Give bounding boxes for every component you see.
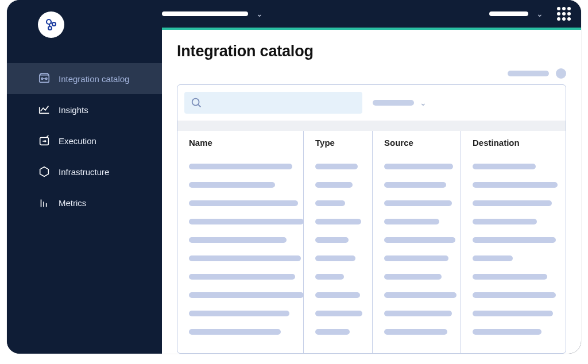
col-type: Type: [304, 131, 373, 353]
col-name: Name: [177, 131, 304, 353]
table-cell-placeholder: [473, 292, 556, 298]
table-cell-placeholder: [384, 219, 439, 224]
table-cell-placeholder: [315, 274, 344, 280]
sidebar-item-label: Execution: [59, 136, 96, 146]
table-cell-placeholder: [315, 311, 362, 316]
table-cell-placeholder: [315, 292, 360, 298]
app-shell: ⌄ ⌄ Integration catalog: [7, 0, 581, 354]
sidebar-item-insights[interactable]: Insights: [7, 94, 162, 125]
chevron-down-icon[interactable]: ⌄: [536, 9, 543, 18]
apps-grid-icon[interactable]: [557, 7, 571, 21]
sidebar-item-execution[interactable]: Execution: [7, 125, 162, 156]
filter-dropdown[interactable]: ⌄: [373, 98, 427, 107]
svg-point-7: [45, 78, 47, 80]
table-cell-placeholder: [189, 237, 287, 243]
table-cell-placeholder: [473, 237, 556, 243]
table-cell-placeholder: [189, 329, 281, 335]
topbar-user-selector[interactable]: [489, 11, 528, 16]
col-header-name: Name: [189, 138, 292, 148]
table-cell-placeholder: [384, 311, 452, 316]
search-input[interactable]: [184, 92, 362, 114]
nodes-logo-icon: [44, 18, 58, 32]
svg-point-2: [48, 26, 52, 30]
page-actions: [177, 68, 566, 79]
table-cell-placeholder: [189, 182, 275, 188]
sidebar-item-label: Metrics: [59, 198, 86, 208]
table-cell-placeholder: [315, 182, 353, 188]
sidebar-item-label: Infrastructure: [59, 167, 109, 177]
col-source: Source: [373, 131, 461, 353]
insights-icon: [38, 103, 51, 116]
metrics-icon: [38, 196, 51, 209]
execution-icon: [38, 134, 51, 147]
table-cell-placeholder: [189, 255, 301, 261]
sidebar-item-infrastructure[interactable]: Infrastructure: [7, 156, 162, 187]
table-cell-placeholder: [315, 237, 349, 243]
table-cell-placeholder: [384, 182, 446, 188]
table-cell-placeholder: [384, 329, 447, 335]
table-cell-placeholder: [473, 329, 541, 335]
svg-line-3: [51, 23, 53, 24]
col-destination: Destination: [461, 131, 566, 353]
chevron-down-icon[interactable]: ⌄: [256, 9, 263, 18]
integration-catalog-icon: [38, 72, 51, 85]
avatar[interactable]: [556, 68, 566, 79]
search-icon: [190, 96, 203, 109]
catalog-panel: ⌄ Name Type Source: [177, 84, 566, 354]
table-cell-placeholder: [189, 164, 292, 169]
sidebar-item-label: Integration catalog: [59, 74, 129, 84]
table-cell-placeholder: [384, 237, 455, 243]
filter-value-placeholder: [373, 100, 414, 106]
table-cell-placeholder: [315, 164, 358, 169]
table-cell-placeholder: [384, 274, 442, 280]
catalog-table: Name Type Source Destination: [177, 131, 566, 353]
sidebar: Integration catalog Insights Execution: [7, 28, 162, 354]
col-header-destination: Destination: [473, 138, 554, 148]
nav: Integration catalog Insights Execution: [7, 63, 162, 218]
table-cell-placeholder: [189, 200, 298, 206]
main-content: Integration catalog ⌄: [162, 28, 581, 354]
table-cell-placeholder: [315, 200, 345, 206]
table-cell-placeholder: [473, 219, 537, 224]
table-cell-placeholder: [473, 200, 552, 206]
svg-point-6: [41, 78, 43, 80]
svg-point-1: [52, 22, 56, 26]
page-title: Integration catalog: [177, 42, 566, 60]
table-cell-placeholder: [315, 255, 355, 261]
table-cell-placeholder: [384, 255, 448, 261]
filter-row: ⌄: [177, 85, 566, 121]
table-cell-placeholder: [473, 255, 513, 261]
table-cell-placeholder: [189, 274, 295, 280]
table-cell-placeholder: [473, 164, 536, 169]
table-cell-placeholder: [384, 200, 452, 206]
page-action-placeholder[interactable]: [508, 71, 549, 76]
table-cell-placeholder: [384, 164, 453, 169]
sidebar-item-label: Insights: [59, 105, 88, 115]
sidebar-item-integration-catalog[interactable]: Integration catalog: [7, 63, 162, 94]
table-cell-placeholder: [315, 329, 350, 335]
col-header-source: Source: [384, 138, 449, 148]
col-header-type: Type: [315, 138, 361, 148]
svg-point-12: [192, 99, 199, 106]
infrastructure-icon: [38, 165, 51, 178]
sidebar-item-metrics[interactable]: Metrics: [7, 187, 162, 218]
table-cell-placeholder: [315, 219, 361, 224]
logo: [38, 11, 64, 38]
table-cell-placeholder: [473, 182, 558, 188]
table-cell-placeholder: [189, 311, 289, 316]
topbar-context-selector[interactable]: [162, 11, 248, 16]
table-cell-placeholder: [189, 219, 304, 224]
table-divider: [177, 121, 566, 131]
svg-line-13: [198, 104, 200, 107]
table-cell-placeholder: [384, 292, 457, 298]
chevron-down-icon: ⌄: [420, 98, 427, 107]
table-cell-placeholder: [189, 292, 304, 298]
topbar: ⌄ ⌄: [7, 0, 581, 28]
table-cell-placeholder: [473, 274, 547, 280]
table-cell-placeholder: [473, 311, 553, 316]
svg-line-4: [49, 24, 50, 26]
